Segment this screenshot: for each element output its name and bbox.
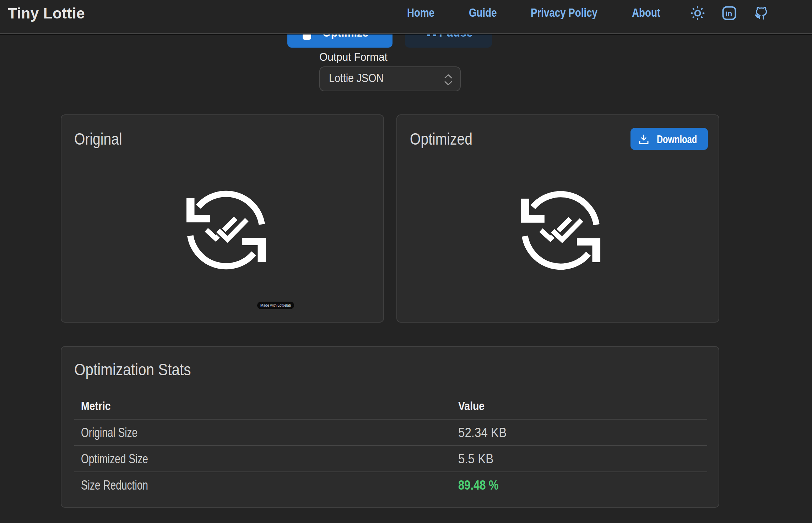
svg-text:in: in — [725, 9, 732, 18]
